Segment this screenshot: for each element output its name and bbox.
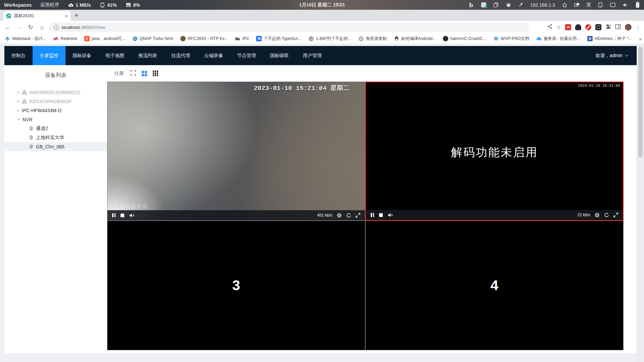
webcam-icon — [29, 135, 34, 140]
refresh-icon[interactable] — [604, 213, 609, 218]
settings-gear-icon[interactable] — [595, 213, 600, 218]
volume-muted-icon[interactable] — [129, 213, 135, 218]
bookmark-webstack[interactable]: Webstack - 设计... — [5, 36, 46, 42]
site-info-icon[interactable]: i — [54, 25, 59, 30]
split-screen-label: 分屏: — [114, 71, 125, 77]
extension-js-icon[interactable]: JS — [565, 24, 571, 30]
clipboard-icon[interactable] — [493, 2, 499, 8]
video-cell-1[interactable]: 2023-01-10 15:21:04 星期二 上地科实大华 451 kb/s — [107, 82, 365, 221]
nav-item-e-map[interactable]: 电子地图 — [98, 46, 131, 65]
nav-item-push-list[interactable]: 推流列表 — [131, 46, 164, 65]
caret-right-icon[interactable] — [17, 100, 19, 103]
back-button[interactable]: ← — [3, 24, 12, 31]
bookmark-android-build[interactable]: 如何编译Android... — [394, 36, 436, 42]
nav-item-gb-cascade[interactable]: 国标级联 — [263, 46, 296, 65]
github-icon — [443, 36, 448, 41]
screenshot-app-icon[interactable] — [480, 2, 487, 8]
browser-tab[interactable]: 国标28181 × — [3, 11, 71, 21]
bookmark-star-icon[interactable]: ☆ — [556, 24, 561, 31]
forward-button[interactable]: → — [15, 24, 24, 31]
expand-icon[interactable] — [356, 213, 360, 218]
nav-item-cloud-record[interactable]: 云端录像 — [197, 46, 230, 65]
bookmark-zhihu[interactable]: 知 了不起的 TypeScri... — [256, 36, 302, 42]
nav-item-node-manage[interactable]: 节点管理 — [230, 46, 263, 65]
grid-2x2-icon[interactable] — [142, 71, 147, 76]
bookmark-cloud-server[interactable]: 服务器 - 轻量应用... — [536, 36, 580, 42]
stop-icon[interactable] — [379, 213, 383, 217]
settings-gear-icon[interactable] — [337, 213, 342, 218]
tree-node-channel-selected[interactable]: GB_Chn_065 — [4, 142, 107, 151]
bookmarks-overflow-chevron[interactable]: » — [639, 36, 642, 42]
volume-icon[interactable] — [622, 2, 628, 8]
tree-node-device[interactable]: 44020000013200000111 — [4, 88, 107, 97]
side-panel-icon[interactable] — [615, 24, 621, 31]
input-language-indicator[interactable]: 英 — [586, 2, 591, 8]
video-cell-3-empty[interactable]: 3 — [107, 221, 365, 350]
url-path: :38080/#/live — [80, 25, 105, 30]
tree-node-device-expanded[interactable]: NVR — [4, 115, 107, 124]
nav-item-gb-devices[interactable]: 国标设备 — [65, 46, 98, 65]
video-osd-channel-name: 上地科实大华 — [113, 202, 148, 210]
display-icon[interactable] — [610, 2, 616, 8]
bookmark-csdn[interactable]: C java、android可... — [84, 36, 125, 42]
bookmark-rfc2833[interactable]: RFC2833 – RTP Ev... — [180, 36, 228, 41]
bookmark-ipc-folder[interactable]: IPC — [235, 36, 249, 41]
reload-button[interactable]: ↻ — [26, 24, 35, 31]
color-picker-icon[interactable] — [518, 2, 524, 8]
bookmark-copy-tool[interactable]: 免登录复制 — [358, 36, 387, 42]
volume-muted-icon[interactable] — [388, 213, 393, 217]
grid-3x3-icon[interactable] — [153, 71, 158, 76]
video-cell-4-empty[interactable]: 4 — [365, 221, 624, 350]
phone-connect-icon[interactable] — [597, 2, 603, 8]
extension-dark-reader-icon[interactable] — [575, 24, 581, 30]
nav-item-pull-proxy[interactable]: 拉流代理 — [164, 46, 197, 65]
webcam-icon — [29, 126, 34, 131]
bookmark-github[interactable]: hairrrrr/C-CrashC... — [443, 36, 486, 41]
coffee-cup-icon[interactable] — [505, 2, 511, 8]
bookmark-hdatmos[interactable]: N HDAtmos :: 种子 *... — [587, 36, 632, 42]
web-page: 控制台 分屏监控 国标设备 电子地图 推流列表 拉流代理 云端录像 节点管理 国… — [0, 44, 644, 362]
extensions-puzzle-icon[interactable] — [605, 24, 611, 31]
refresh-icon[interactable] — [346, 213, 351, 218]
nav-item-split-screen-monitor[interactable]: 分屏监控 — [33, 46, 65, 65]
tree-node-device[interactable]: IPC-HFW4433M-I2 — [4, 106, 107, 115]
bing-icon[interactable]: b — [468, 2, 474, 8]
tree-node-device[interactable]: 8J01915PAGB3ADF — [4, 97, 107, 106]
wvp-icon: Ⓦ — [493, 36, 499, 41]
caret-down-icon[interactable] — [17, 119, 20, 121]
tree-node-channel[interactable]: 通道2 — [4, 124, 107, 133]
user-menu[interactable]: 欢迎，admin — [596, 53, 637, 59]
bookmark-wvp-doc[interactable]: Ⓦ WVP-PRO文档 — [493, 36, 529, 42]
bookmark-qnap[interactable]: QNAP Turbo NAS — [132, 36, 173, 41]
profile-avatar[interactable] — [625, 24, 632, 31]
workspaces-button[interactable]: Workspaces — [4, 2, 32, 8]
nav-item-console[interactable]: 控制台 — [4, 46, 33, 65]
extension-adblock-icon[interactable] — [585, 24, 591, 30]
tree-node-channel[interactable]: 上地科实大华 — [4, 133, 107, 142]
tab-close-icon[interactable]: × — [65, 13, 68, 18]
bookmark-article-1[interactable]: 1.8W字|了不起的... — [309, 36, 351, 42]
pause-icon[interactable] — [112, 213, 116, 217]
bookmark-redmine[interactable]: Redmine — [53, 36, 77, 41]
caret-right-icon[interactable] — [17, 91, 19, 94]
expand-icon[interactable] — [613, 213, 618, 217]
nav-item-user-manage[interactable]: 用户管理 — [296, 46, 329, 65]
video-cell-2-selected[interactable]: 2023-01-10 15:21:06 解码功能未启用 22 kb/s — [365, 82, 624, 221]
share-icon[interactable] — [547, 24, 552, 31]
page-scrollbar[interactable] — [637, 44, 644, 362]
caret-right-icon[interactable] — [17, 109, 19, 112]
new-tab-button[interactable]: + — [75, 12, 79, 19]
player-control-bar: 451 kb/s — [107, 210, 365, 220]
home-icon[interactable] — [561, 2, 567, 8]
browser-menu-icon[interactable]: ⋮ — [636, 24, 641, 30]
fullscreen-icon[interactable] — [131, 70, 136, 77]
scrollbar-thumb[interactable] — [638, 47, 643, 157]
address-bar[interactable]: i localhost:38080/#/live — [49, 22, 529, 32]
stop-icon[interactable] — [121, 214, 124, 217]
pause-icon[interactable] — [371, 213, 374, 217]
applications-menu[interactable]: 应用程序 — [40, 2, 59, 8]
extension-ublock-icon[interactable] — [595, 24, 601, 30]
workspace-switcher-icon[interactable] — [574, 2, 580, 8]
battery-icon[interactable] — [635, 2, 641, 8]
browser-home-button[interactable]: ⌂ — [38, 24, 46, 31]
